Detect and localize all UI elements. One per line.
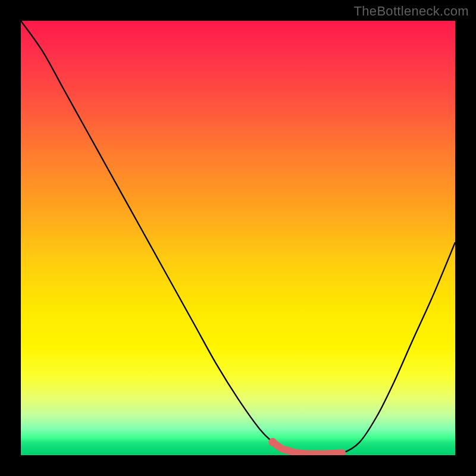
bottleneck-curve	[21, 21, 455, 454]
optimal-range-highlight	[273, 442, 342, 454]
attribution-text: TheBottleneck.com	[354, 4, 469, 19]
optimal-start-dot	[268, 438, 277, 446]
plot-area	[21, 21, 455, 455]
curve-svg	[21, 21, 455, 455]
